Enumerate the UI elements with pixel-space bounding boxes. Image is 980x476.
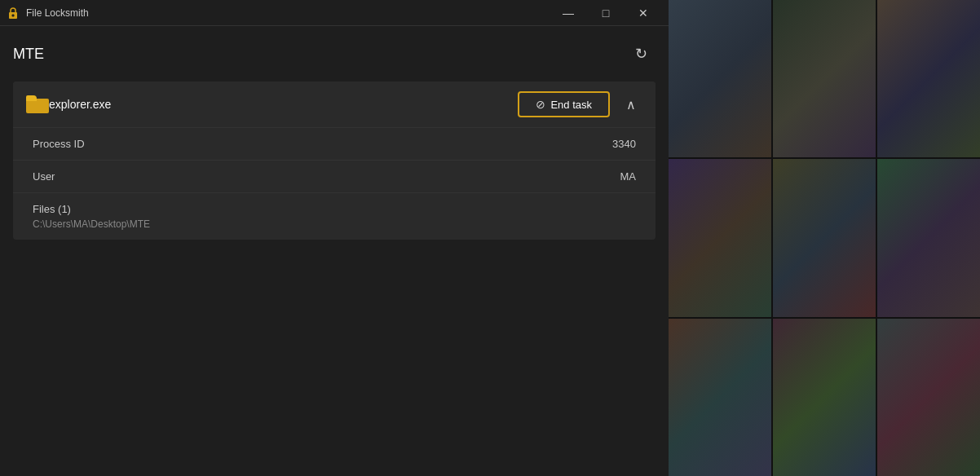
process-id-row: Process ID 3340: [13, 128, 656, 161]
thumbnail-5: [773, 159, 876, 316]
files-label: Files (1): [33, 203, 636, 215]
maximize-button[interactable]: □: [587, 0, 625, 26]
files-path: C:\Users\MA\Desktop\MTE: [33, 218, 636, 230]
title-bar: File Locksmith — □ ✕: [0, 0, 669, 26]
user-value: MA: [620, 170, 637, 183]
close-button[interactable]: ✕: [625, 0, 662, 26]
svg-rect-1: [12, 14, 15, 16]
app-window: File Locksmith — □ ✕ MTE ↻ explorer.exe …: [0, 0, 669, 476]
thumbnail-2: [773, 0, 876, 157]
thumbnail-7: [669, 319, 771, 476]
right-panel: [669, 0, 980, 476]
title-bar-left: File Locksmith: [7, 7, 89, 20]
collapse-button[interactable]: ∧: [620, 93, 642, 116]
thumbnail-6: [877, 159, 980, 316]
end-task-icon: ⊘: [536, 98, 545, 111]
folder-icon: [26, 95, 49, 113]
page-title: MTE: [13, 46, 44, 63]
process-header: explorer.exe ⊘ End task ∧: [13, 82, 656, 128]
minimize-button[interactable]: —: [550, 0, 587, 26]
thumbnail-8: [773, 319, 876, 476]
thumbnail-3: [877, 0, 980, 157]
refresh-icon: ↻: [635, 45, 647, 63]
process-card: explorer.exe ⊘ End task ∧ Process ID 334…: [13, 82, 656, 240]
header-row: MTE ↻: [13, 39, 656, 68]
process-name: explorer.exe: [49, 98, 518, 111]
process-id-label: Process ID: [33, 138, 85, 150]
thumbnail-4: [669, 159, 771, 316]
user-row: User MA: [13, 161, 656, 193]
user-label: User: [33, 170, 55, 183]
files-row: Files (1) C:\Users\MA\Desktop\MTE: [13, 193, 656, 240]
thumbnail-1: [669, 0, 771, 157]
title-bar-controls: — □ ✕: [550, 0, 662, 26]
refresh-button[interactable]: ↻: [626, 39, 656, 68]
lock-icon: [7, 7, 20, 20]
process-id-value: 3340: [612, 138, 636, 150]
end-task-label: End task: [550, 99, 592, 111]
thumbnail-9: [877, 319, 980, 476]
end-task-button[interactable]: ⊘ End task: [518, 91, 610, 117]
app-content: MTE ↻ explorer.exe ⊘ End task ∧ Pro: [0, 26, 669, 476]
app-title: File Locksmith: [26, 7, 89, 19]
chevron-up-icon: ∧: [626, 97, 636, 112]
